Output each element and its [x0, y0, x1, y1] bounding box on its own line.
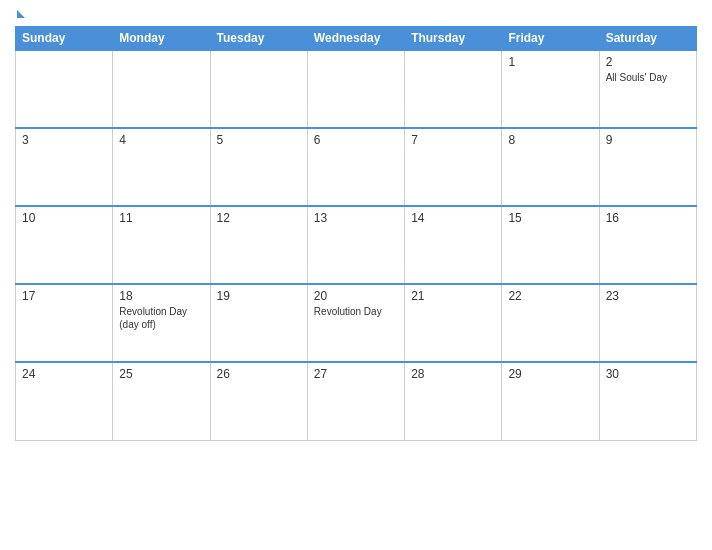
calendar-page: SundayMondayTuesdayWednesdayThursdayFrid… [0, 0, 712, 550]
day-number: 10 [22, 211, 106, 225]
day-number: 6 [314, 133, 398, 147]
day-number: 3 [22, 133, 106, 147]
weekday-header: Saturday [599, 27, 696, 51]
calendar-cell [210, 50, 307, 128]
calendar-week-row: 3456789 [16, 128, 697, 206]
day-number: 28 [411, 367, 495, 381]
calendar-cell: 7 [405, 128, 502, 206]
calendar-cell: 5 [210, 128, 307, 206]
day-number: 23 [606, 289, 690, 303]
calendar-cell: 25 [113, 362, 210, 440]
calendar-week-row: 1718Revolution Day (day off)1920Revoluti… [16, 284, 697, 362]
day-number: 12 [217, 211, 301, 225]
day-number: 4 [119, 133, 203, 147]
calendar-cell: 10 [16, 206, 113, 284]
calendar-cell [405, 50, 502, 128]
calendar-cell: 23 [599, 284, 696, 362]
calendar-cell: 8 [502, 128, 599, 206]
day-number: 18 [119, 289, 203, 303]
day-number: 5 [217, 133, 301, 147]
calendar-week-row: 10111213141516 [16, 206, 697, 284]
calendar-cell: 3 [16, 128, 113, 206]
holiday-label: Revolution Day [314, 305, 398, 318]
header [15, 10, 697, 18]
calendar-cell: 20Revolution Day [307, 284, 404, 362]
day-number: 26 [217, 367, 301, 381]
calendar-cell: 30 [599, 362, 696, 440]
calendar-cell: 12 [210, 206, 307, 284]
day-number: 13 [314, 211, 398, 225]
day-number: 30 [606, 367, 690, 381]
day-number: 27 [314, 367, 398, 381]
day-number: 22 [508, 289, 592, 303]
calendar-cell: 19 [210, 284, 307, 362]
calendar-cell: 22 [502, 284, 599, 362]
calendar-cell: 2All Souls' Day [599, 50, 696, 128]
calendar-cell: 6 [307, 128, 404, 206]
day-number: 1 [508, 55, 592, 69]
day-number: 21 [411, 289, 495, 303]
calendar-week-row: 12All Souls' Day [16, 50, 697, 128]
weekday-header: Sunday [16, 27, 113, 51]
calendar-cell: 14 [405, 206, 502, 284]
weekday-header: Monday [113, 27, 210, 51]
day-number: 16 [606, 211, 690, 225]
calendar-cell: 9 [599, 128, 696, 206]
calendar-cell: 17 [16, 284, 113, 362]
calendar-cell [307, 50, 404, 128]
calendar-cell: 29 [502, 362, 599, 440]
calendar-cell: 18Revolution Day (day off) [113, 284, 210, 362]
day-number: 20 [314, 289, 398, 303]
day-number: 15 [508, 211, 592, 225]
logo-triangle-icon [17, 10, 25, 18]
calendar-week-row: 24252627282930 [16, 362, 697, 440]
calendar-cell [113, 50, 210, 128]
weekday-header-row: SundayMondayTuesdayWednesdayThursdayFrid… [16, 27, 697, 51]
calendar-cell: 15 [502, 206, 599, 284]
day-number: 2 [606, 55, 690, 69]
calendar-cell: 21 [405, 284, 502, 362]
calendar-cell: 16 [599, 206, 696, 284]
calendar-cell: 27 [307, 362, 404, 440]
calendar-cell [16, 50, 113, 128]
logo [15, 10, 25, 18]
day-number: 9 [606, 133, 690, 147]
calendar-cell: 13 [307, 206, 404, 284]
day-number: 11 [119, 211, 203, 225]
weekday-header: Thursday [405, 27, 502, 51]
calendar-cell: 1 [502, 50, 599, 128]
day-number: 19 [217, 289, 301, 303]
weekday-header: Friday [502, 27, 599, 51]
weekday-header: Wednesday [307, 27, 404, 51]
calendar-cell: 26 [210, 362, 307, 440]
day-number: 7 [411, 133, 495, 147]
day-number: 24 [22, 367, 106, 381]
calendar-cell: 28 [405, 362, 502, 440]
calendar-cell: 24 [16, 362, 113, 440]
calendar-cell: 4 [113, 128, 210, 206]
calendar-table: SundayMondayTuesdayWednesdayThursdayFrid… [15, 26, 697, 441]
day-number: 17 [22, 289, 106, 303]
day-number: 14 [411, 211, 495, 225]
weekday-header: Tuesday [210, 27, 307, 51]
holiday-label: Revolution Day (day off) [119, 305, 203, 331]
holiday-label: All Souls' Day [606, 71, 690, 84]
calendar-cell: 11 [113, 206, 210, 284]
day-number: 8 [508, 133, 592, 147]
day-number: 25 [119, 367, 203, 381]
day-number: 29 [508, 367, 592, 381]
